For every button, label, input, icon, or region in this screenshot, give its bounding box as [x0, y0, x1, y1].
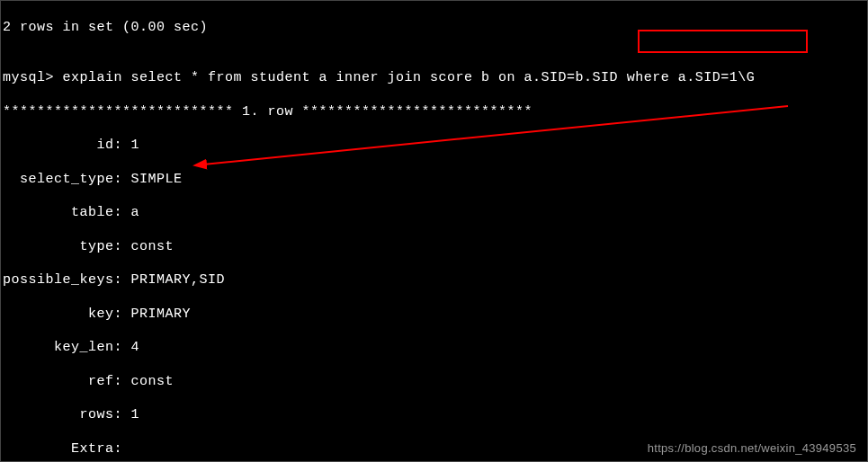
terminal-output[interactable]: 2 rows in set (0.00 sec) mysql> explain … [1, 1, 867, 462]
row1-select-type: select_type: SIMPLE [3, 172, 865, 189]
row1-id: id: 1 [3, 138, 865, 155]
row1-header: *************************** 1. row *****… [3, 104, 865, 121]
prev-result-line: 2 rows in set (0.00 sec) [3, 20, 865, 37]
row1-key-len: key_len: 4 [3, 340, 865, 357]
row1-possible-keys: possible_keys: PRIMARY,SID [3, 272, 865, 289]
query-text-highlighted: where a.SID=1\G [627, 70, 756, 85]
row1-type: type: const [3, 239, 865, 256]
command-line: mysql> explain select * from student a i… [3, 70, 865, 87]
row1-rows: rows: 1 [3, 407, 865, 424]
mysql-prompt: mysql> [3, 70, 63, 85]
query-text-1: explain select * from student a inner jo… [63, 70, 627, 85]
row1-ref: ref: const [3, 374, 865, 391]
row1-table: table: a [3, 205, 865, 222]
watermark-text: https://blog.csdn.net/weixin_43949535 [648, 441, 856, 456]
row1-key: key: PRIMARY [3, 307, 865, 324]
